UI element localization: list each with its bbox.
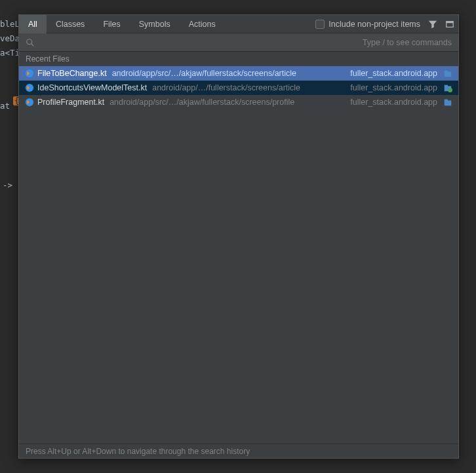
search-bar: Type / to see commands [19,33,458,52]
kotlin-file-icon [24,97,35,107]
search-input[interactable] [40,38,363,47]
svg-line-3 [31,43,34,46]
result-path: android/app/src/…/akjaw/fullerstack/scre… [112,69,343,78]
module-icon [443,68,453,79]
result-module: fuller_stack.android.app [350,69,437,78]
svg-rect-6 [445,71,448,73]
tab-all[interactable]: All [19,15,47,33]
result-row[interactable]: FileToBeChange.kt android/app/src/…/akja… [19,66,458,81]
search-icon [26,38,35,47]
module-icon [443,97,453,107]
svg-rect-9 [445,85,448,87]
tab-bar: All Classes Files Symbols Actions Includ… [19,15,458,33]
filter-icon[interactable] [427,18,439,30]
result-filename: ProfileFragment.kt [37,98,104,107]
result-filename: FileToBeChange.kt [37,69,107,78]
svg-rect-1 [446,21,454,23]
svg-point-10 [448,88,452,92]
result-path: android/app/…/fullerstack/screens/articl… [152,83,342,92]
include-label: Include non-project items [328,20,420,29]
include-non-project-toggle[interactable]: Include non-project items [315,20,424,29]
kotlin-file-icon [24,68,35,79]
tab-actions[interactable]: Actions [180,15,225,33]
result-filename: IdeShortcutsViewModelTest.kt [37,83,147,92]
result-row[interactable]: IdeShortcutsViewModelTest.kt android/app… [19,81,458,95]
search-hint: Type / to see commands [363,38,452,47]
section-recent-files: Recent Files [19,52,458,66]
result-path: android/app/src/…/akjaw/fullerstack/scre… [109,98,342,107]
svg-rect-12 [445,100,452,105]
svg-rect-5 [445,71,452,77]
svg-rect-13 [445,100,448,102]
results-list: FileToBeChange.kt android/app/src/…/akja… [19,66,458,444]
module-test-icon [443,83,453,93]
pin-window-icon[interactable] [444,18,456,30]
kotlin-file-icon [24,83,35,93]
svg-point-2 [27,39,32,44]
tab-files[interactable]: Files [94,15,129,33]
checkbox-icon [315,20,325,29]
result-module: fuller_stack.android.app [350,83,437,92]
tab-classes[interactable]: Classes [47,15,94,33]
tab-symbols[interactable]: Symbols [130,15,180,33]
footer-hint: Press Alt+Up or Alt+Down to navigate thr… [19,444,458,458]
search-everywhere-popup: All Classes Files Symbols Actions Includ… [18,14,459,459]
result-row[interactable]: ProfileFragment.kt android/app/src/…/akj… [19,95,458,109]
result-module: fuller_stack.android.app [350,98,437,107]
